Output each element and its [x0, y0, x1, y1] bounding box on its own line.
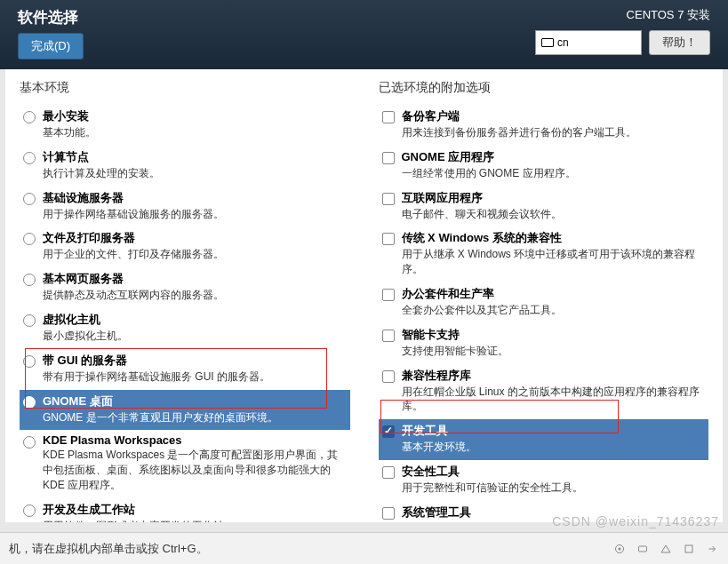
checkbox[interactable] — [382, 111, 395, 123]
option-title: 传统 X Windows 系统的兼容性 — [402, 230, 706, 246]
checkbox[interactable] — [382, 152, 395, 164]
addon-option[interactable]: 开发工具基本开发环境。 — [379, 419, 709, 460]
addon-option[interactable]: 互联网应用程序电子邮件、聊天和视频会议软件。 — [379, 187, 709, 227]
option-title: 开发工具 — [402, 423, 706, 439]
svg-rect-2 — [639, 546, 647, 552]
option-title: 智能卡支持 — [402, 327, 706, 343]
option-desc: 基本功能。 — [43, 125, 347, 140]
addons-column: 已选环境的附加选项 备份客户端用来连接到备份服务器并进行备份的客户端工具。GNO… — [364, 69, 724, 522]
option-desc: 提供静态及动态互联网内容的服务器。 — [43, 288, 347, 303]
option-desc: 用于软件、图形或者内容开发的工作站。 — [43, 519, 347, 522]
help-button[interactable]: 帮助！ — [649, 30, 710, 55]
environment-option[interactable]: 基本网页服务器提供静态及动态互联网内容的服务器。 — [20, 267, 350, 308]
top-bar: 软件选择 完成(D) CENTOS 7 安装 cn 帮助！ — [0, 0, 728, 69]
option-title: 虚拟化主机 — [43, 312, 347, 328]
checkbox[interactable] — [382, 507, 395, 520]
environments-column: 基本环境 最小安装基本功能。计算节点执行计算及处理的安装。基础设施服务器用于操作… — [5, 69, 364, 522]
option-desc: 用于操作网络基础设施服务的服务器。 — [43, 207, 347, 222]
svg-rect-3 — [685, 545, 692, 552]
option-title: 办公套件和生产率 — [402, 286, 706, 302]
option-desc: GNOME 是一个非常直观且用户友好的桌面环境。 — [43, 410, 347, 425]
environment-option[interactable]: 文件及打印服务器用于企业的文件、打印及存储服务器。 — [20, 226, 350, 267]
environment-option[interactable]: 基础设施服务器用于操作网络基础设施服务的服务器。 — [20, 187, 350, 227]
option-desc: 用于从继承 X Windows 环境中迁移或者可用于该环境的兼容程序。 — [402, 247, 706, 277]
option-title: KDE Plasma Workspaces — [43, 433, 347, 447]
environments-heading: 基本环境 — [20, 80, 350, 96]
checkbox[interactable] — [382, 233, 395, 245]
option-desc: 电子邮件、聊天和视频会议软件。 — [402, 207, 706, 222]
option-title: GNOME 应用程序 — [402, 149, 706, 165]
keyboard-icon — [541, 38, 554, 47]
option-desc: KDE Plasma Workspaces 是一个高度可配置图形用户界面，其中包… — [43, 448, 347, 492]
addon-option[interactable]: 智能卡支持支持使用智能卡验证。 — [379, 323, 709, 364]
option-title: GNOME 桌面 — [43, 393, 347, 409]
environment-option[interactable]: GNOME 桌面GNOME 是一个非常直观且用户友好的桌面环境。 — [20, 390, 350, 431]
install-label: CENTOS 7 安装 — [535, 7, 710, 23]
watermark: CSDN @weixin_71436237 — [552, 514, 719, 528]
checkbox[interactable] — [382, 289, 395, 301]
radio-button[interactable] — [23, 233, 36, 245]
environment-option[interactable]: 带 GUI 的服务器带有用于操作网络基础设施服务 GUI 的服务器。 — [20, 349, 350, 390]
radio-button[interactable] — [23, 436, 36, 449]
radio-button[interactable] — [23, 152, 36, 164]
option-title: 带 GUI 的服务器 — [43, 353, 347, 369]
option-desc: 用来连接到备份服务器并进行备份的客户端工具。 — [402, 125, 706, 140]
addon-option[interactable]: 备份客户端用来连接到备份服务器并进行备份的客户端工具。 — [379, 105, 709, 146]
environment-option[interactable]: KDE Plasma WorkspacesKDE Plasma Workspac… — [20, 430, 350, 497]
option-desc: 全套办公套件以及其它产品工具。 — [402, 303, 706, 318]
option-title: 文件及打印服务器 — [43, 230, 347, 246]
footer-hint: 机，请在虚拟机内部单击或按 Ctrl+G。 — [9, 541, 208, 557]
addon-option[interactable]: 办公套件和生产率全套办公套件以及其它产品工具。 — [379, 282, 709, 323]
system-tray — [612, 544, 719, 554]
option-title: 开发及生成工作站 — [43, 502, 347, 518]
checkbox[interactable] — [382, 425, 395, 438]
radio-button[interactable] — [23, 274, 36, 286]
option-title: 基本网页服务器 — [43, 271, 347, 287]
svg-point-1 — [619, 547, 621, 550]
done-button[interactable]: 完成(D) — [18, 33, 84, 60]
addon-option[interactable]: 安全性工具用于完整性和可信验证的安全性工具。 — [379, 460, 709, 501]
radio-button[interactable] — [23, 111, 36, 123]
environment-option[interactable]: 开发及生成工作站用于软件、图形或者内容开发的工作站。 — [20, 498, 350, 522]
option-desc: 一组经常使用的 GNOME 应用程序。 — [402, 166, 706, 181]
keyboard-selector[interactable]: cn — [535, 30, 642, 55]
option-desc: 用于完整性和可信验证的安全性工具。 — [402, 481, 706, 496]
top-right-panel: CENTOS 7 安装 cn 帮助！ — [535, 7, 710, 55]
tray-device-icon — [682, 544, 696, 554]
environment-option[interactable]: 虚拟化主机最小虚拟化主机。 — [20, 308, 350, 349]
option-desc: 带有用于操作网络基础设施服务 GUI 的服务器。 — [43, 369, 347, 385]
option-title: 计算节点 — [43, 149, 347, 165]
environment-option[interactable]: 计算节点执行计算及处理的安装。 — [20, 146, 350, 187]
option-title: 备份客户端 — [402, 108, 706, 124]
keyboard-value: cn — [557, 36, 569, 49]
content-area: 基本环境 最小安装基本功能。计算节点执行计算及处理的安装。基础设施服务器用于操作… — [5, 69, 723, 522]
addon-option[interactable]: 兼容性程序库用在红帽企业版 Linux 的之前版本中构建的应用程序的兼容程序库。 — [379, 364, 709, 420]
option-desc: 支持使用智能卡验证。 — [402, 344, 706, 359]
tray-arrow-icon — [705, 544, 719, 554]
option-title: 最小安装 — [43, 108, 347, 124]
radio-button[interactable] — [23, 396, 36, 409]
option-title: 安全性工具 — [402, 464, 706, 480]
tray-drive-icon — [636, 544, 650, 554]
option-title: 互联网应用程序 — [402, 190, 706, 206]
option-desc: 用在红帽企业版 Linux 的之前版本中构建的应用程序的兼容程序库。 — [402, 385, 706, 415]
option-title: 基础设施服务器 — [43, 190, 347, 206]
option-desc: 用于企业的文件、打印及存储服务器。 — [43, 247, 347, 262]
checkbox[interactable] — [382, 330, 395, 342]
option-title: 兼容性程序库 — [402, 368, 706, 384]
environment-option[interactable]: 最小安装基本功能。 — [20, 105, 350, 146]
addons-heading: 已选环境的附加选项 — [379, 80, 709, 96]
radio-button[interactable] — [23, 193, 36, 205]
checkbox[interactable] — [382, 466, 395, 479]
tray-disk-icon — [612, 544, 627, 554]
addon-option[interactable]: 传统 X Windows 系统的兼容性用于从继承 X Windows 环境中迁移… — [379, 226, 709, 282]
option-desc: 基本开发环境。 — [402, 440, 706, 455]
addon-option[interactable]: GNOME 应用程序一组经常使用的 GNOME 应用程序。 — [379, 146, 709, 187]
status-bar: 机，请在虚拟机内部单击或按 Ctrl+G。 — [0, 532, 728, 564]
radio-button[interactable] — [23, 504, 36, 517]
radio-button[interactable] — [23, 314, 36, 327]
option-desc: 最小虚拟化主机。 — [43, 329, 347, 344]
checkbox[interactable] — [382, 370, 395, 383]
checkbox[interactable] — [382, 193, 395, 205]
radio-button[interactable] — [23, 355, 36, 368]
